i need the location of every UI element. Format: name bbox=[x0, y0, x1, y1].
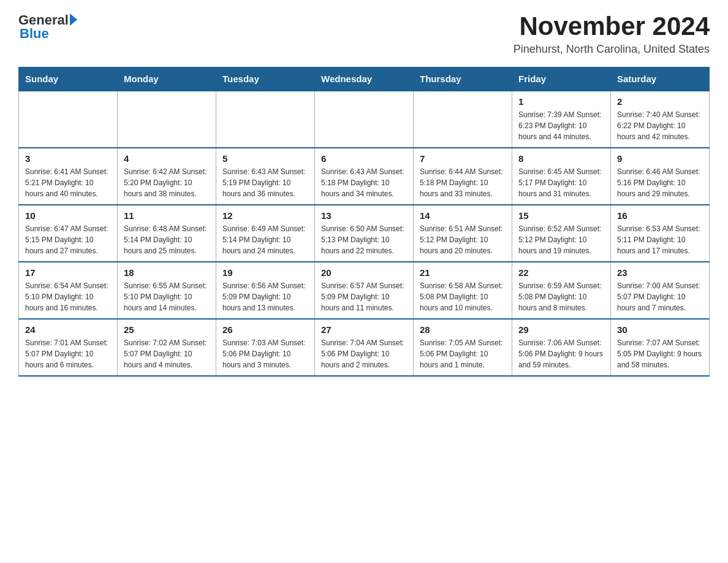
day-info: Sunrise: 6:51 AM Sunset: 5:12 PM Dayligh… bbox=[420, 223, 506, 256]
day-number: 28 bbox=[420, 324, 506, 335]
day-cell: 3Sunrise: 6:41 AM Sunset: 5:21 PM Daylig… bbox=[19, 148, 118, 205]
day-number: 10 bbox=[25, 210, 111, 221]
logo: General Blue bbox=[18, 12, 77, 42]
day-number: 22 bbox=[518, 267, 604, 278]
day-header-thursday: Thursday bbox=[414, 67, 512, 91]
day-info: Sunrise: 7:03 AM Sunset: 5:06 PM Dayligh… bbox=[222, 337, 308, 370]
day-cell: 25Sunrise: 7:02 AM Sunset: 5:07 PM Dayli… bbox=[118, 319, 216, 376]
day-info: Sunrise: 6:52 AM Sunset: 5:12 PM Dayligh… bbox=[518, 223, 604, 256]
day-info: Sunrise: 7:40 AM Sunset: 6:22 PM Dayligh… bbox=[617, 109, 703, 142]
day-cell: 29Sunrise: 7:06 AM Sunset: 5:06 PM Dayli… bbox=[512, 319, 611, 376]
logo-arrow-icon bbox=[70, 13, 77, 26]
day-info: Sunrise: 6:47 AM Sunset: 5:15 PM Dayligh… bbox=[25, 223, 111, 256]
week-row-5: 24Sunrise: 7:01 AM Sunset: 5:07 PM Dayli… bbox=[19, 319, 710, 376]
day-cell: 2Sunrise: 7:40 AM Sunset: 6:22 PM Daylig… bbox=[611, 91, 710, 148]
day-cell bbox=[118, 91, 216, 148]
day-cell: 24Sunrise: 7:01 AM Sunset: 5:07 PM Dayli… bbox=[19, 319, 118, 376]
day-cell: 4Sunrise: 6:42 AM Sunset: 5:20 PM Daylig… bbox=[118, 148, 216, 205]
day-info: Sunrise: 6:42 AM Sunset: 5:20 PM Dayligh… bbox=[124, 166, 210, 199]
day-number: 5 bbox=[222, 153, 308, 164]
day-info: Sunrise: 6:46 AM Sunset: 5:16 PM Dayligh… bbox=[617, 166, 703, 199]
day-cell: 21Sunrise: 6:58 AM Sunset: 5:08 PM Dayli… bbox=[414, 262, 512, 319]
day-info: Sunrise: 6:45 AM Sunset: 5:17 PM Dayligh… bbox=[518, 166, 604, 199]
day-info: Sunrise: 7:04 AM Sunset: 5:06 PM Dayligh… bbox=[321, 337, 407, 370]
day-number: 15 bbox=[518, 210, 604, 221]
day-cell: 15Sunrise: 6:52 AM Sunset: 5:12 PM Dayli… bbox=[512, 205, 611, 262]
day-info: Sunrise: 6:54 AM Sunset: 5:10 PM Dayligh… bbox=[25, 280, 111, 313]
day-cell: 12Sunrise: 6:49 AM Sunset: 5:14 PM Dayli… bbox=[216, 205, 315, 262]
day-number: 25 bbox=[124, 324, 210, 335]
day-cell bbox=[216, 91, 315, 148]
day-cell: 6Sunrise: 6:43 AM Sunset: 5:18 PM Daylig… bbox=[315, 148, 414, 205]
day-header-saturday: Saturday bbox=[611, 67, 710, 91]
day-header-tuesday: Tuesday bbox=[216, 67, 315, 91]
day-info: Sunrise: 6:55 AM Sunset: 5:10 PM Dayligh… bbox=[124, 280, 210, 313]
day-info: Sunrise: 6:43 AM Sunset: 5:18 PM Dayligh… bbox=[321, 166, 407, 199]
day-number: 2 bbox=[617, 96, 703, 107]
day-cell: 30Sunrise: 7:07 AM Sunset: 5:05 PM Dayli… bbox=[611, 319, 710, 376]
day-info: Sunrise: 6:58 AM Sunset: 5:08 PM Dayligh… bbox=[420, 280, 506, 313]
day-number: 16 bbox=[617, 210, 703, 221]
day-cell: 17Sunrise: 6:54 AM Sunset: 5:10 PM Dayli… bbox=[19, 262, 118, 319]
day-cell: 23Sunrise: 7:00 AM Sunset: 5:07 PM Dayli… bbox=[611, 262, 710, 319]
day-number: 23 bbox=[617, 267, 703, 278]
logo-blue-text: Blue bbox=[20, 26, 49, 42]
day-cell: 28Sunrise: 7:05 AM Sunset: 5:06 PM Dayli… bbox=[414, 319, 512, 376]
day-header-sunday: Sunday bbox=[19, 67, 118, 91]
day-info: Sunrise: 7:01 AM Sunset: 5:07 PM Dayligh… bbox=[25, 337, 111, 370]
day-cell: 9Sunrise: 6:46 AM Sunset: 5:16 PM Daylig… bbox=[611, 148, 710, 205]
day-number: 24 bbox=[25, 324, 111, 335]
day-cell: 18Sunrise: 6:55 AM Sunset: 5:10 PM Dayli… bbox=[118, 262, 216, 319]
day-cell: 8Sunrise: 6:45 AM Sunset: 5:17 PM Daylig… bbox=[512, 148, 611, 205]
title-area: November 2024 Pinehurst, North Carolina,… bbox=[514, 12, 710, 56]
day-number: 12 bbox=[222, 210, 308, 221]
day-header-monday: Monday bbox=[118, 67, 216, 91]
day-cell: 7Sunrise: 6:44 AM Sunset: 5:18 PM Daylig… bbox=[414, 148, 512, 205]
day-number: 27 bbox=[321, 324, 407, 335]
day-number: 4 bbox=[124, 153, 210, 164]
day-number: 26 bbox=[222, 324, 308, 335]
day-number: 6 bbox=[321, 153, 407, 164]
calendar-body: 1Sunrise: 7:39 AM Sunset: 6:23 PM Daylig… bbox=[19, 91, 710, 376]
day-cell: 10Sunrise: 6:47 AM Sunset: 5:15 PM Dayli… bbox=[19, 205, 118, 262]
calendar-header: SundayMondayTuesdayWednesdayThursdayFrid… bbox=[19, 67, 710, 91]
day-number: 13 bbox=[321, 210, 407, 221]
day-number: 1 bbox=[518, 96, 604, 107]
days-of-week-row: SundayMondayTuesdayWednesdayThursdayFrid… bbox=[19, 67, 710, 91]
week-row-1: 1Sunrise: 7:39 AM Sunset: 6:23 PM Daylig… bbox=[19, 91, 710, 148]
day-info: Sunrise: 7:39 AM Sunset: 6:23 PM Dayligh… bbox=[518, 109, 604, 142]
day-number: 29 bbox=[518, 324, 604, 335]
day-info: Sunrise: 6:53 AM Sunset: 5:11 PM Dayligh… bbox=[617, 223, 703, 256]
day-number: 9 bbox=[617, 153, 703, 164]
day-number: 20 bbox=[321, 267, 407, 278]
day-cell: 13Sunrise: 6:50 AM Sunset: 5:13 PM Dayli… bbox=[315, 205, 414, 262]
day-info: Sunrise: 6:41 AM Sunset: 5:21 PM Dayligh… bbox=[25, 166, 111, 199]
week-row-4: 17Sunrise: 6:54 AM Sunset: 5:10 PM Dayli… bbox=[19, 262, 710, 319]
day-number: 11 bbox=[124, 210, 210, 221]
calendar-title: November 2024 bbox=[514, 12, 710, 40]
day-info: Sunrise: 6:44 AM Sunset: 5:18 PM Dayligh… bbox=[420, 166, 506, 199]
day-cell bbox=[414, 91, 512, 148]
day-cell: 14Sunrise: 6:51 AM Sunset: 5:12 PM Dayli… bbox=[414, 205, 512, 262]
day-number: 14 bbox=[420, 210, 506, 221]
day-cell: 27Sunrise: 7:04 AM Sunset: 5:06 PM Dayli… bbox=[315, 319, 414, 376]
week-row-3: 10Sunrise: 6:47 AM Sunset: 5:15 PM Dayli… bbox=[19, 205, 710, 262]
calendar-subtitle: Pinehurst, North Carolina, United States bbox=[514, 43, 710, 56]
day-number: 21 bbox=[420, 267, 506, 278]
day-info: Sunrise: 6:50 AM Sunset: 5:13 PM Dayligh… bbox=[321, 223, 407, 256]
day-cell: 11Sunrise: 6:48 AM Sunset: 5:14 PM Dayli… bbox=[118, 205, 216, 262]
day-info: Sunrise: 6:49 AM Sunset: 5:14 PM Dayligh… bbox=[222, 223, 308, 256]
day-info: Sunrise: 7:07 AM Sunset: 5:05 PM Dayligh… bbox=[617, 337, 703, 370]
day-info: Sunrise: 6:57 AM Sunset: 5:09 PM Dayligh… bbox=[321, 280, 407, 313]
day-info: Sunrise: 6:43 AM Sunset: 5:19 PM Dayligh… bbox=[222, 166, 308, 199]
day-header-friday: Friday bbox=[512, 67, 611, 91]
day-cell bbox=[19, 91, 118, 148]
day-number: 30 bbox=[617, 324, 703, 335]
day-cell: 20Sunrise: 6:57 AM Sunset: 5:09 PM Dayli… bbox=[315, 262, 414, 319]
day-header-wednesday: Wednesday bbox=[315, 67, 414, 91]
day-number: 19 bbox=[222, 267, 308, 278]
page-header: General Blue November 2024 Pinehurst, No… bbox=[18, 12, 710, 56]
day-info: Sunrise: 6:56 AM Sunset: 5:09 PM Dayligh… bbox=[222, 280, 308, 313]
day-info: Sunrise: 7:02 AM Sunset: 5:07 PM Dayligh… bbox=[124, 337, 210, 370]
day-info: Sunrise: 7:00 AM Sunset: 5:07 PM Dayligh… bbox=[617, 280, 703, 313]
